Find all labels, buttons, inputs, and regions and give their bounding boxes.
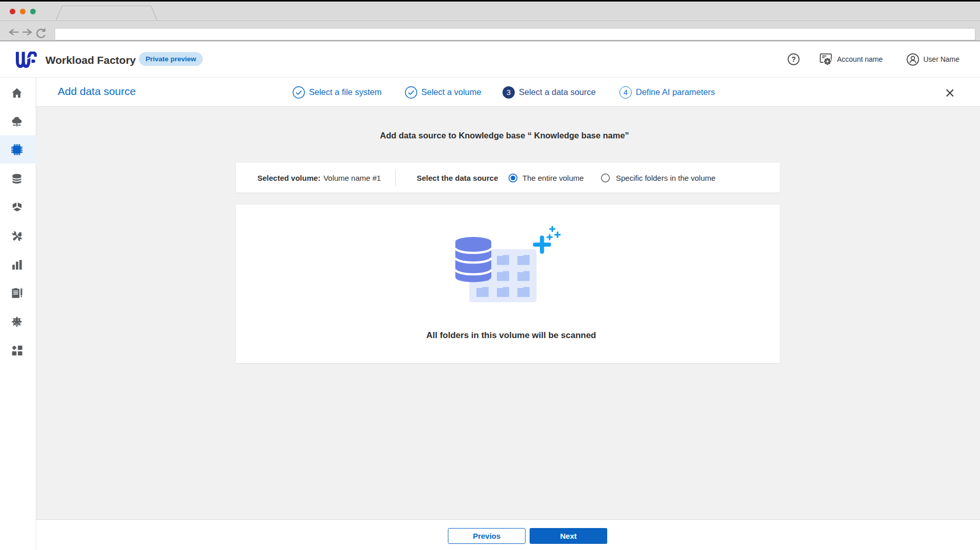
svg-text:?: ? xyxy=(792,55,796,63)
